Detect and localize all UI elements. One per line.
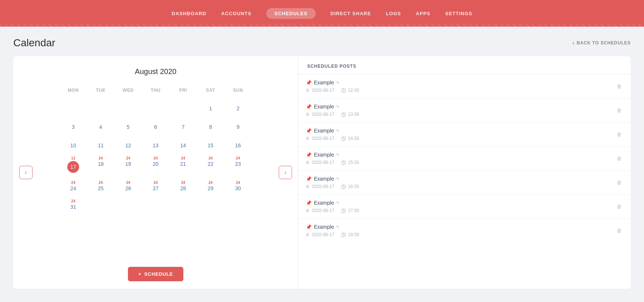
cal-cell-9[interactable]: 9	[224, 116, 252, 134]
nav-item-settings[interactable]: SETTINGS	[445, 11, 472, 16]
post-title-row-3: 📌 Example ✎	[306, 152, 359, 158]
delete-post-button-6[interactable]: 🗑	[615, 226, 623, 235]
cal-cell-6[interactable]: 6	[142, 116, 169, 134]
post-date-5: 🗓 2020-08-17	[306, 208, 334, 213]
cal-cell-empty-3	[115, 97, 142, 115]
cal-cell-empty-2	[87, 97, 114, 115]
post-left-3: 📌 Example ✎ 🗓 2020-08-17 🕐 15:30	[306, 152, 359, 165]
schedule-button[interactable]: + SCHEDULE	[128, 267, 183, 281]
post-time-text-2: 14:30	[348, 136, 359, 141]
cal-cell-27[interactable]: 24 27	[142, 177, 169, 195]
post-time-text-3: 15:30	[348, 160, 359, 165]
nav-item-dashboard[interactable]: DASHBOARD	[172, 11, 206, 16]
calendar-grid: MON TUE WED THU FRI SAT SUN 1	[60, 86, 252, 214]
cal-cell-7[interactable]: 7	[169, 116, 197, 134]
post-time-3: 🕐 15:30	[341, 160, 359, 165]
cal-cell-5[interactable]: 5	[115, 116, 142, 134]
cal-cell-30[interactable]: 24 30	[224, 177, 252, 195]
post-date-text-1: 2020-08-17	[312, 112, 334, 117]
delete-post-button-5[interactable]: 🗑	[615, 202, 623, 211]
post-left-1: 📌 Example ✎ 🗓 2020-08-17 🕐 13:30	[306, 104, 359, 117]
nav-item-schedules[interactable]: SCHEDULES	[266, 8, 316, 19]
cal-cell-22[interactable]: 24 22	[197, 153, 224, 177]
post-item: 📌 Example ✎ 🗓 2020-08-17 🕐 14:30 🗑	[298, 123, 631, 147]
cal-cell-20[interactable]: 24 20	[142, 153, 169, 177]
cal-cell-25[interactable]: 24 25	[87, 177, 114, 195]
calendar-month-title: August 2020	[135, 67, 176, 76]
cal-cell-empty-7	[115, 196, 142, 214]
delete-post-button-2[interactable]: 🗑	[615, 130, 623, 139]
back-to-schedules-link[interactable]: ‹ BACK TO SCHEDULES	[572, 40, 631, 46]
cal-cell-29[interactable]: 24 29	[197, 177, 224, 195]
cal-cell-21[interactable]: 24 21	[169, 153, 197, 177]
cal-cell-28[interactable]: 24 28	[169, 177, 197, 195]
cal-cell-8[interactable]: 8	[197, 116, 224, 134]
cal-cell-19[interactable]: 24 19	[115, 153, 142, 177]
post-time-text-1: 13:30	[348, 112, 359, 117]
post-time-text-0: 12:30	[348, 88, 359, 93]
cal-cell-empty-4	[142, 97, 169, 115]
post-title-row-5: 📌 Example ✎	[306, 200, 359, 206]
clock-icon-5: 🕐	[341, 208, 346, 213]
post-name-6: Example	[314, 224, 334, 230]
cal-cell-10[interactable]: 10	[60, 134, 87, 152]
post-item: 📌 Example ✎ 🗓 2020-08-17 🕐 18:30 🗑	[298, 219, 631, 242]
post-name-3: Example	[314, 152, 334, 158]
cal-cell-11[interactable]: 11	[87, 134, 114, 152]
cal-cell-4[interactable]: 4	[87, 116, 114, 134]
calendar-icon-1: 🗓	[306, 112, 310, 117]
edit-icon-5[interactable]: ✎	[336, 201, 339, 205]
scheduled-posts-header: SCHEDULED POSTS	[298, 56, 631, 74]
delete-post-button-3[interactable]: 🗑	[615, 154, 623, 163]
page-title: Calendar	[13, 37, 55, 49]
delete-post-button-4[interactable]: 🗑	[615, 178, 623, 187]
nav-item-logs[interactable]: LOGS	[386, 11, 401, 16]
edit-icon-6[interactable]: ✎	[336, 225, 339, 229]
post-left-2: 📌 Example ✎ 🗓 2020-08-17 🕐 14:30	[306, 128, 359, 141]
delete-post-button-0[interactable]: 🗑	[615, 82, 623, 91]
calendar-icon-2: 🗓	[306, 136, 310, 141]
weekday-sun: SUN	[224, 86, 252, 94]
cal-cell-16[interactable]: 16	[224, 134, 252, 152]
cal-cell-31[interactable]: 24 31	[60, 196, 87, 214]
cal-cell-18[interactable]: 24 18	[87, 153, 114, 177]
post-time-text-6: 18:30	[348, 232, 359, 237]
edit-icon-1[interactable]: ✎	[336, 104, 339, 109]
edit-icon-3[interactable]: ✎	[336, 152, 339, 157]
nav-item-apps[interactable]: APPS	[416, 11, 431, 16]
pin-icon-4: 📌	[306, 176, 312, 182]
clock-icon-2: 🕐	[341, 136, 346, 141]
post-date-0: 🗓 2020-08-17	[306, 88, 334, 93]
nav-item-accounts[interactable]: ACCOUNTS	[221, 11, 251, 16]
back-label: BACK TO SCHEDULES	[577, 40, 631, 46]
cal-cell-13[interactable]: 13	[142, 134, 169, 152]
cal-cell-12[interactable]: 12	[115, 134, 142, 152]
clock-icon-0: 🕐	[341, 88, 346, 93]
cal-cell-3[interactable]: 3	[60, 116, 87, 134]
post-time-text-5: 17:30	[348, 208, 359, 213]
delete-post-button-1[interactable]: 🗑	[615, 106, 623, 115]
cal-cell-15[interactable]: 15	[197, 134, 224, 152]
edit-icon-0[interactable]: ✎	[336, 80, 339, 85]
post-time-5: 🕐 17:30	[341, 208, 359, 213]
cal-cell-26[interactable]: 24 26	[115, 177, 142, 195]
calendar-icon-4: 🗓	[306, 184, 310, 189]
cal-cell-empty-8	[142, 196, 169, 214]
cal-cell-24[interactable]: 24 24	[60, 177, 87, 195]
post-date-text-6: 2020-08-17	[312, 232, 334, 237]
post-date-1: 🗓 2020-08-17	[306, 112, 334, 117]
edit-icon-2[interactable]: ✎	[336, 128, 339, 133]
nav-item-direct-share[interactable]: DIRECT SHARE	[331, 11, 371, 16]
cal-cell-17-today[interactable]: 12 17	[60, 153, 87, 177]
post-time-text-4: 16:30	[348, 184, 359, 189]
prev-month-button[interactable]: ‹	[19, 166, 33, 179]
cal-cell-empty-10	[197, 196, 224, 214]
post-meta-row-3: 🗓 2020-08-17 🕐 15:30	[306, 160, 359, 165]
next-month-button[interactable]: ›	[279, 166, 292, 179]
edit-icon-4[interactable]: ✎	[336, 177, 339, 181]
weekday-sat: SAT	[197, 86, 224, 94]
cal-cell-23[interactable]: 24 23	[224, 153, 252, 177]
cal-cell-1[interactable]: 1	[197, 97, 224, 115]
cal-cell-14[interactable]: 14	[169, 134, 197, 152]
cal-cell-2[interactable]: 2	[224, 97, 252, 115]
